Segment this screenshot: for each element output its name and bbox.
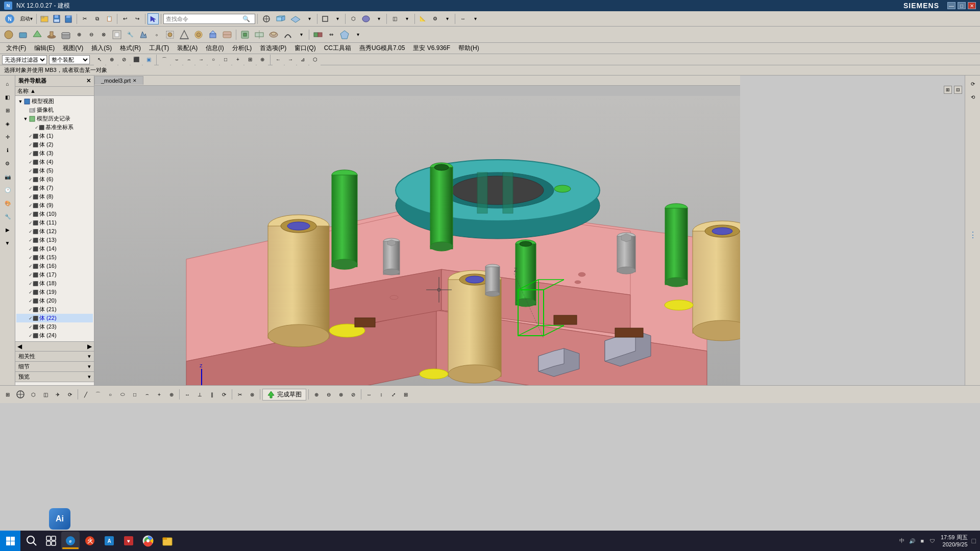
sketch-btn5[interactable]: □ <box>129 389 140 400</box>
undo-button[interactable]: ↩ <box>119 13 131 24</box>
tree-item-body18[interactable]: ✓⬛ 体 (18) <box>16 279 93 288</box>
menu-edit[interactable]: 编辑(E) <box>30 43 59 54</box>
tree-item-body12[interactable]: ✓⬛ 体 (12) <box>16 227 93 236</box>
scope-select[interactable]: 整个装配 <box>49 55 90 64</box>
section-button[interactable]: ◫ <box>389 13 400 24</box>
sketch-dim4[interactable]: ⟳ <box>218 389 230 400</box>
filter-btn15[interactable]: ← <box>273 54 284 65</box>
taskbar-explorer[interactable] <box>158 532 177 550</box>
menu-insert[interactable]: 插入(S) <box>87 43 116 54</box>
logo-button[interactable]: N <box>2 12 17 26</box>
taskbar-search[interactable] <box>22 532 41 550</box>
bt-btn3[interactable]: ⬡ <box>28 389 39 400</box>
filter-btn1[interactable]: ↖ <box>94 54 105 65</box>
bt-btn5[interactable]: ✈ <box>52 389 63 400</box>
model-btn10[interactable]: 🔧 <box>125 29 136 40</box>
tree-item-body16[interactable]: ✓⬛ 体 (16) <box>16 262 93 270</box>
filter-btn5[interactable]: ▣ <box>143 54 154 65</box>
filter-btn6[interactable]: ⌒ <box>159 54 170 65</box>
model-btn6[interactable]: ⊕ <box>74 29 85 40</box>
filter-btn12[interactable]: + <box>232 54 243 65</box>
feature-btn3[interactable] <box>267 29 280 40</box>
search-input[interactable] <box>166 16 242 22</box>
tray-shield[interactable]: 🛡 <box>928 537 937 545</box>
taskbar-app2[interactable]: 火 <box>81 532 99 550</box>
filter-btn8[interactable]: ⌢ <box>183 54 194 65</box>
filter-btn11[interactable]: □ <box>220 54 231 65</box>
render2-button[interactable] <box>360 13 372 24</box>
bt-misc8[interactable]: ⊞ <box>400 389 411 400</box>
move-more-button[interactable]: ▾ <box>470 13 481 24</box>
tree-item-body2[interactable]: ✓⬛ 体 (2) <box>16 140 93 149</box>
nav-scrollbar[interactable]: ◀ ▶ <box>15 341 94 351</box>
sketch-dim1[interactable]: ↔ <box>182 389 193 400</box>
tree-item-body13[interactable]: ✓⬛ 体 (13) <box>16 236 93 244</box>
bt-misc7[interactable]: ⤢ <box>388 389 399 400</box>
filter-btn4[interactable]: ⬛ <box>131 54 142 65</box>
bt-btn2[interactable] <box>14 389 27 400</box>
side-btn-gear[interactable]: ⚙ <box>2 157 14 169</box>
tray-battery[interactable]: ■ <box>918 537 926 545</box>
side-btn-arrow[interactable]: ▶ <box>2 223 14 236</box>
side-btn-cam[interactable]: 📷 <box>2 170 14 183</box>
tree-item-body8[interactable]: ✓⬛ 体 (8) <box>16 192 93 201</box>
paste-button[interactable]: 📋 <box>104 13 115 24</box>
side-btn-palette[interactable]: 🎨 <box>2 197 14 209</box>
model-btn7[interactable]: ⊖ <box>86 29 97 40</box>
model-btn17[interactable] <box>220 29 234 40</box>
right-btn2[interactable]: ⟲ <box>967 91 979 103</box>
taskbar-app4[interactable]: ♥ <box>119 532 138 550</box>
right-btn-edge[interactable]: ⋮ <box>967 229 979 241</box>
taskbar-clock[interactable]: 17:59 周五 2020/9/25 <box>941 534 968 548</box>
assem-more-button[interactable]: ▾ <box>442 13 453 24</box>
filter-btn3[interactable]: ⊘ <box>118 54 130 65</box>
side-btn-compass[interactable]: ◈ <box>2 117 14 130</box>
model-btn5[interactable] <box>59 29 72 40</box>
menu-lian[interactable]: 里安 V6.936F <box>409 43 454 54</box>
bt-misc5[interactable]: ↔ <box>363 389 375 400</box>
sketch-dim3[interactable]: ∥ <box>206 389 217 400</box>
filter-btn10[interactable]: ○ <box>208 54 219 65</box>
close-button[interactable]: ✕ <box>968 2 976 9</box>
filter-btn9[interactable]: → <box>195 54 207 65</box>
side-btn-wrench[interactable]: 🔧 <box>2 210 14 222</box>
tree-item-body1[interactable]: ✓⬛ 体 (1) <box>16 132 93 140</box>
tree-item-body23[interactable]: ✓⬛ 体 (23) <box>16 322 93 331</box>
tree-item-body9[interactable]: ✓⬛ 体 (9) <box>16 201 93 210</box>
move-button[interactable]: ↔ <box>457 13 469 24</box>
filter-btn17[interactable]: ⊿ <box>297 54 308 65</box>
render1-button[interactable]: ⬡ <box>348 13 359 24</box>
tree-item-body11[interactable]: ✓⬛ 体 (11) <box>16 218 93 227</box>
start-button[interactable] <box>0 531 20 551</box>
feature-btn2[interactable] <box>253 29 266 40</box>
redo-button[interactable]: ↪ <box>132 13 143 24</box>
feature-btn1[interactable] <box>238 29 252 40</box>
side-btn-cross[interactable]: ✛ <box>2 131 14 143</box>
tree-item-body10[interactable]: ✓⬛ 体 (10) <box>16 210 93 218</box>
menu-view[interactable]: 视图(V) <box>59 43 87 54</box>
tree-item-body15[interactable]: ✓⬛ 体 (15) <box>16 253 93 262</box>
bt-misc1[interactable]: ⊕ <box>311 389 322 400</box>
sketch-edit2[interactable]: ⊗ <box>247 389 258 400</box>
copy-button[interactable]: ⧉ <box>91 13 103 24</box>
vp-icon1[interactable]: ⊞ <box>944 86 952 94</box>
scroll-left[interactable]: ◀ <box>17 343 22 350</box>
tray-network[interactable]: 中 <box>898 537 906 545</box>
select-button[interactable] <box>148 13 159 24</box>
tree-item-body6[interactable]: ✓⬛ 体 (6) <box>16 175 93 184</box>
bt-btn6[interactable]: ⟳ <box>64 389 76 400</box>
menu-yanxiu[interactable]: 燕秀UG模具7.05 <box>355 43 409 54</box>
nav-section-preview[interactable]: 预览 ▾ <box>15 372 94 382</box>
tab-model3[interactable]: _model3.prt ✕ <box>94 76 143 85</box>
menu-analysis[interactable]: 分析(L) <box>228 43 256 54</box>
menu-prefs[interactable]: 首选项(P) <box>256 43 290 54</box>
taskbar-chrome[interactable] <box>139 532 157 550</box>
tab-close-icon[interactable]: ✕ <box>133 78 137 83</box>
taskbar-task-view[interactable] <box>42 532 60 550</box>
side-btn-view2[interactable]: ⊞ <box>2 104 14 116</box>
measure-button[interactable]: 📐 <box>417 13 428 24</box>
model-btn9[interactable] <box>110 29 124 40</box>
menu-window[interactable]: 窗口(Q) <box>290 43 320 54</box>
nav-section-relation[interactable]: 相关性 ▾ <box>15 352 94 362</box>
tree-item-body14[interactable]: ✓⬛ 体 (14) <box>16 244 93 253</box>
